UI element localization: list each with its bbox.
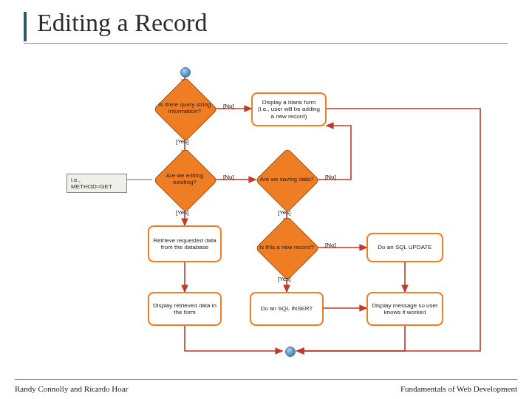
edge-label-no: [No]	[223, 174, 234, 180]
decision-new-record: Is this a new record?	[256, 225, 318, 270]
decision-saving-data: Are we saving data?	[256, 157, 318, 202]
footer-book-title: Fundamentals of Web Development	[400, 384, 517, 393]
process-display-retrieved: Display retrieved data in the form	[148, 292, 222, 326]
process-retrieve-data: Retrieve requested data from the databas…	[148, 225, 222, 262]
flowchart-diagram: Is there query string information? [No] …	[0, 41, 532, 373]
edge-label-no: [No]	[325, 242, 336, 248]
edge-label-yes: [Yes]	[278, 209, 291, 216]
process-display-message: Display message so user knows it worked	[366, 292, 443, 326]
decision-editing-existing: Are we editing existing?	[154, 157, 216, 202]
process-label: Do an SQL INSERT	[261, 305, 313, 312]
page-title: Editing a Record	[37, 9, 207, 37]
footer-divider	[15, 379, 517, 380]
process-sql-update: Do an SQL UPDATE	[366, 233, 443, 262]
edge-label-yes: [Yes]	[278, 276, 291, 282]
edge-label-yes: [Yes]	[176, 138, 189, 145]
decision-query-string: Is there query string information?	[154, 86, 216, 131]
decision-label: Are we editing existing?	[154, 157, 216, 202]
note-method-get: i.e., METHOD=GET	[66, 174, 127, 193]
process-label: Retrieve requested data from the databas…	[152, 237, 217, 250]
edge-label-yes: [Yes]	[176, 209, 189, 216]
process-label: Display message so user knows it worked	[371, 302, 439, 316]
footer-authors: Randy Connolly and Ricardo Hoar	[15, 384, 128, 393]
edge-label-no: [No]	[223, 103, 234, 109]
process-sql-insert: Do an SQL INSERT	[250, 292, 324, 326]
process-blank-form: Display a blank form (i.e., user will be…	[251, 92, 327, 126]
slide: Editing a Record	[0, 0, 532, 399]
end-node	[285, 347, 296, 357]
decision-label: Is this a new record?	[256, 225, 318, 270]
note-text: i.e., METHOD=GET	[71, 177, 112, 190]
decision-label: Is there query string information?	[154, 86, 216, 131]
process-label: Display a blank form (i.e., user will be…	[256, 99, 322, 120]
decision-label: Are we saving data?	[256, 157, 318, 202]
title-accent	[24, 12, 27, 41]
process-label: Display retrieved data in the form	[152, 302, 217, 316]
edge-label-no: [No]	[325, 174, 336, 180]
process-label: Do an SQL UPDATE	[378, 244, 432, 250]
start-node	[180, 67, 191, 78]
